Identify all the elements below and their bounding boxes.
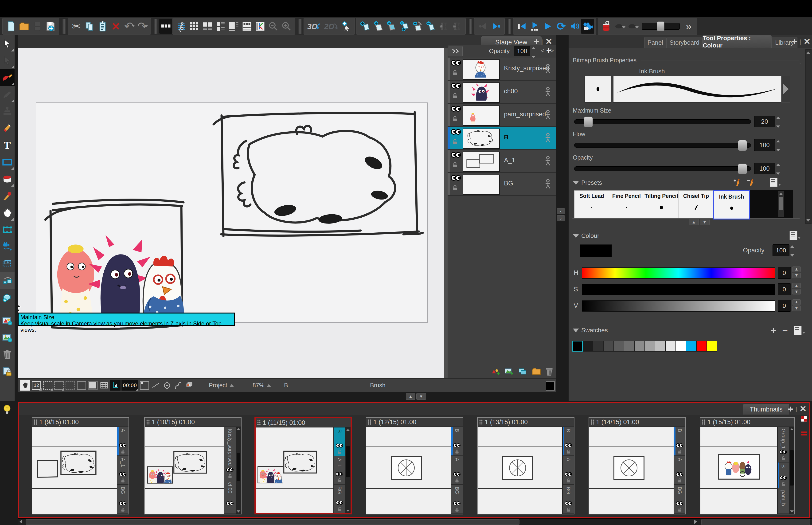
swatch[interactable]: [645, 341, 655, 351]
toolbar-expand-icon[interactable]: »: [682, 19, 695, 34]
close-view-icon[interactable]: ✕: [799, 404, 807, 414]
flow-handle[interactable]: [738, 140, 747, 151]
layer-visible-icon[interactable]: [453, 501, 461, 506]
layer-visible-icon[interactable]: [336, 472, 343, 476]
layer-lock-icon[interactable]: [455, 478, 459, 483]
collapse-layer-panel-icon[interactable]: [448, 46, 463, 56]
delete-panel-icon[interactable]: [424, 19, 437, 34]
text-tool-icon[interactable]: T: [0, 137, 15, 154]
toggle-3d-icon[interactable]: 3D: [306, 19, 323, 34]
play-icon[interactable]: [541, 19, 555, 34]
layer-visible-icon[interactable]: [451, 152, 461, 158]
layer-visible-icon[interactable]: [226, 468, 234, 472]
layer-thumbnail[interactable]: [463, 152, 500, 172]
current-colour-swatch[interactable]: [580, 244, 612, 257]
hue-spin-buttons[interactable]: ▲▼: [792, 267, 801, 278]
layer-visible-icon[interactable]: [676, 443, 684, 448]
flow-spinner[interactable]: [776, 139, 781, 152]
layer-thumbnail[interactable]: [463, 106, 500, 126]
swatch[interactable]: [583, 341, 593, 351]
layer-name[interactable]: Kristy_surprised: [504, 65, 550, 72]
layer-lock-icon[interactable]: [452, 139, 458, 145]
storyboard-panel-card[interactable]: 1 (15/15) 01:00 Group_1 B pam_b: [700, 417, 795, 514]
loop-icon[interactable]: ⟳: [555, 19, 568, 34]
card-layer-scrollbar[interactable]: [345, 427, 351, 513]
panel-card-header[interactable]: 1 (11/15) 01:00: [256, 418, 351, 427]
storyboard-panel-card[interactable]: 1 (14/15) 01:00 B A BG: [588, 417, 686, 514]
collapse-swatches-icon[interactable]: [573, 329, 579, 332]
new-panel-icon[interactable]: [358, 19, 371, 34]
swatch[interactable]: [676, 341, 686, 351]
thumbnail-grid-view-icon[interactable]: [188, 19, 201, 34]
card-layer-tab[interactable]: Group_1: [778, 427, 789, 463]
layer-visible-icon[interactable]: [676, 472, 684, 476]
layer-lock-icon[interactable]: [452, 70, 458, 76]
panel-card-header[interactable]: 1 (14/15) 01:00: [589, 418, 685, 427]
card-layer-tab[interactable]: A: [451, 456, 463, 485]
paste-icon[interactable]: [96, 19, 109, 34]
hscroll-right-icon[interactable]: [694, 520, 697, 524]
layer-lock-icon[interactable]: [677, 449, 682, 454]
layer-motion-icon[interactable]: [545, 179, 551, 189]
layer-lock-icon[interactable]: [337, 450, 342, 454]
presets-menu-icon[interactable]: [770, 178, 778, 187]
lock-layer-icon[interactable]: [0, 363, 15, 380]
pencil-tool-icon[interactable]: [0, 86, 15, 103]
auto-light-icon[interactable]: [0, 403, 14, 417]
brush-selector-arrow-icon[interactable]: [781, 76, 791, 103]
layer-thumbnail[interactable]: [463, 175, 500, 195]
swatch[interactable]: [572, 341, 583, 351]
transform-box-tool-icon[interactable]: [0, 221, 15, 238]
swatch[interactable]: [593, 341, 603, 351]
value-slider[interactable]: [582, 300, 775, 312]
layer-visible-icon[interactable]: [565, 472, 572, 476]
hscroll-secondary-track[interactable]: [701, 519, 810, 525]
tab-panel[interactable]: Panel: [644, 37, 666, 48]
camera-mask-icon[interactable]: [43, 380, 53, 391]
layer-lock-icon[interactable]: [566, 478, 571, 483]
saturation-spin-buttons[interactable]: ▲▼: [792, 283, 801, 295]
marker-red-grid-icon[interactable]: [801, 416, 807, 422]
layer-lock-icon[interactable]: [337, 507, 342, 511]
layer-lock-icon[interactable]: [566, 507, 571, 512]
drag-handle-icon[interactable]: [591, 419, 594, 425]
hue-slider[interactable]: [582, 267, 775, 279]
layer-lock-icon[interactable]: [677, 507, 682, 512]
redo-icon[interactable]: ↷: [136, 19, 149, 34]
layer-visible-icon[interactable]: [565, 443, 572, 448]
layer-name[interactable]: ch00: [504, 88, 518, 95]
drag-handle-icon[interactable]: [34, 419, 37, 425]
card-layer-tab[interactable]: BG: [563, 485, 574, 514]
layer-visible-icon[interactable]: [453, 443, 461, 448]
delete-icon[interactable]: ✕: [109, 19, 122, 34]
maximum-size-handle[interactable]: [584, 117, 593, 127]
layer-row-b-selected[interactable]: B: [448, 127, 556, 150]
swatch[interactable]: [655, 341, 665, 351]
add-view-icon[interactable]: +: [788, 404, 793, 414]
layer-name[interactable]: BG: [504, 180, 513, 187]
layer-visible-icon[interactable]: [451, 83, 461, 89]
rotate-view-icon[interactable]: [162, 380, 172, 391]
maintain-size-tool-icon[interactable]: [0, 272, 15, 289]
flow-slider[interactable]: [574, 143, 751, 148]
card-layer-scrollbar[interactable]: [236, 427, 241, 514]
value-spin-buttons[interactable]: ▲▼: [792, 299, 801, 311]
drag-handle-icon[interactable]: [146, 419, 150, 425]
preset-tilting-pencil[interactable]: Tilting Pencil: [644, 190, 679, 218]
card-layer-tab[interactable]: BG: [451, 485, 463, 514]
layer-lock-icon[interactable]: [121, 507, 125, 512]
tab-tool-properties[interactable]: Tool Properties : Colour: [703, 35, 771, 48]
stamp-tool-icon[interactable]: [0, 103, 15, 120]
field-guide-icon[interactable]: 12: [31, 380, 42, 391]
layer-row-a1[interactable]: A_1: [448, 150, 556, 173]
layer-motion-icon[interactable]: [545, 110, 551, 120]
panel-list-view-icon[interactable]: [227, 19, 240, 34]
clone-layer-tool-icon[interactable]: [0, 289, 15, 306]
layer-name[interactable]: pam_surprised: [504, 111, 546, 118]
storyboard-panel-card[interactable]: 1 (13/15) 01:00 B A BG: [477, 417, 574, 514]
collapse-colour-icon[interactable]: [573, 234, 579, 238]
maximum-size-slider[interactable]: [574, 119, 751, 124]
panel-card-preview[interactable]: [589, 427, 674, 514]
panel-card-header[interactable]: 1 (13/15) 01:00: [478, 418, 574, 427]
storyboard-panel-card-selected[interactable]: 1 (11/15) 01:00 B A_1 BG: [255, 417, 352, 514]
